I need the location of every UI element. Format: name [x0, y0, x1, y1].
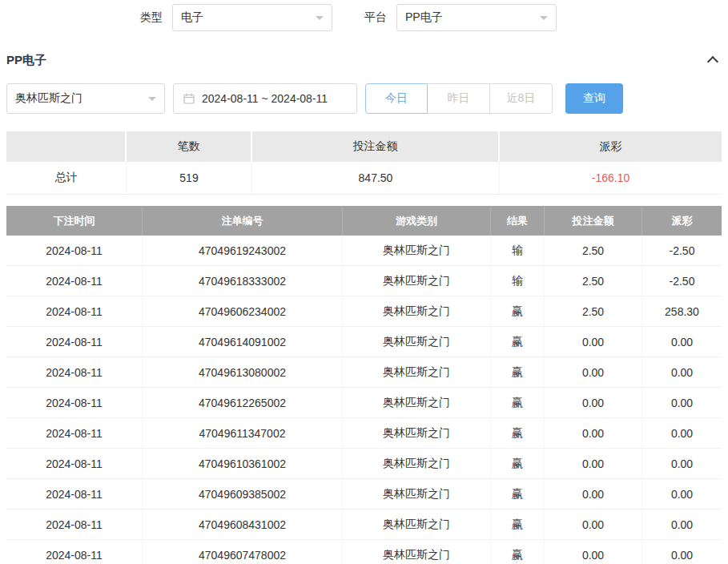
cell-result: 赢 [491, 479, 545, 509]
type-label: 类型 [140, 10, 163, 25]
cell-game-type: 奥林匹斯之门 [343, 510, 491, 539]
cell-result: 输 [491, 266, 545, 296]
table-row: 2024-08-11 47049610361002 奥林匹斯之门 赢 0.00 … [6, 449, 722, 479]
cell-payout: -2.50 [642, 236, 722, 265]
cell-bet-time: 2024-08-11 [6, 449, 143, 478]
last-8-days-button[interactable]: 近8日 [490, 83, 553, 114]
table-row: 2024-08-11 47049612265002 奥林匹斯之门 赢 0.00 … [6, 388, 722, 418]
page: 类型 电子 平台 PP电子 PP电子 奥林匹斯之门 2024-0 [0, 4, 728, 564]
cell-result: 赢 [491, 540, 545, 564]
table-row: 2024-08-11 47049614091002 奥林匹斯之门 赢 0.00 … [6, 327, 722, 357]
cell-game-type: 奥林匹斯之门 [343, 327, 491, 357]
cell-payout: 0.00 [642, 479, 722, 509]
cell-game-type: 奥林匹斯之门 [343, 418, 491, 448]
top-filter-bar: 类型 电子 平台 PP电子 [140, 4, 722, 31]
game-select-value: 奥林匹斯之门 [15, 91, 82, 106]
date-range-input[interactable]: 2024-08-11 ~ 2024-08-11 [173, 83, 357, 114]
table-row: 2024-08-11 47049609385002 奥林匹斯之门 赢 0.00 … [6, 479, 722, 510]
chevron-down-icon [316, 16, 324, 20]
table-row: 2024-08-11 47049608431002 奥林匹斯之门 赢 0.00 … [6, 510, 722, 540]
cell-bet-amount: 0.00 [545, 510, 642, 539]
platform-select-value: PP电子 [405, 10, 443, 25]
type-select[interactable]: 电子 [172, 4, 332, 31]
cell-payout: 0.00 [642, 388, 722, 417]
cell-result: 赢 [491, 296, 545, 326]
cell-bet-amount: 0.00 [545, 388, 642, 417]
cell-bet-id: 47049612265002 [143, 388, 343, 417]
cell-bet-time: 2024-08-11 [6, 479, 143, 509]
section-header: PP电子 [6, 50, 722, 70]
filter-toolbar: 奥林匹斯之门 2024-08-11 ~ 2024-08-11 今日 昨日 近8日… [6, 83, 722, 114]
header-payout: 派彩 [642, 206, 722, 236]
chevron-up-icon[interactable] [707, 56, 718, 67]
today-button[interactable]: 今日 [365, 83, 428, 114]
header-bet-id: 注单编号 [143, 206, 343, 236]
platform-label: 平台 [364, 10, 387, 25]
header-bet-amount: 投注金额 [545, 206, 642, 236]
header-game-type: 游戏类别 [343, 206, 491, 236]
summary-count-value: 519 [127, 162, 252, 194]
cell-bet-amount: 2.50 [545, 236, 642, 265]
date-range-value: 2024-08-11 ~ 2024-08-11 [202, 92, 328, 105]
cell-payout: -2.50 [642, 266, 722, 296]
cell-bet-amount: 0.00 [545, 418, 642, 448]
cell-bet-id: 47049611347002 [143, 418, 343, 448]
cell-result: 赢 [491, 388, 545, 417]
summary-total-row: 总计 519 847.50 -166.10 [6, 162, 722, 195]
cell-result: 赢 [491, 327, 545, 357]
table-row: 2024-08-11 47049607478002 奥林匹斯之门 赢 0.00 … [6, 540, 722, 564]
table-row: 2024-08-11 47049613080002 奥林匹斯之门 赢 0.00 … [6, 357, 722, 388]
cell-bet-id: 47049618333002 [143, 266, 343, 296]
cell-bet-id: 47049606234002 [143, 296, 343, 326]
yesterday-button[interactable]: 昨日 [428, 83, 490, 114]
cell-bet-amount: 0.00 [545, 479, 642, 509]
cell-payout: 258.30 [642, 296, 722, 326]
cell-bet-amount: 2.50 [545, 296, 642, 326]
cell-bet-time: 2024-08-11 [6, 327, 143, 357]
summary-header-bet-amount: 投注金额 [252, 131, 500, 162]
cell-bet-time: 2024-08-11 [6, 236, 143, 265]
query-button[interactable]: 查询 [565, 83, 623, 114]
summary-bet-amount-value: 847.50 [252, 162, 500, 194]
cell-bet-id: 47049619243002 [143, 236, 343, 265]
cell-game-type: 奥林匹斯之门 [343, 236, 491, 265]
cell-game-type: 奥林匹斯之门 [343, 296, 491, 326]
cell-bet-id: 47049607478002 [143, 540, 343, 564]
type-select-value: 电子 [181, 10, 203, 25]
cell-game-type: 奥林匹斯之门 [343, 388, 491, 417]
quick-range-button-group: 今日 昨日 近8日 [365, 83, 553, 114]
calendar-icon [183, 93, 195, 104]
summary-header-count: 笔数 [127, 131, 252, 162]
summary-header-row: 笔数 投注金额 派彩 [6, 131, 722, 162]
section-title: PP电子 [6, 53, 46, 68]
platform-select[interactable]: PP电子 [396, 4, 557, 31]
cell-bet-id: 47049610361002 [143, 449, 343, 478]
header-result: 结果 [491, 206, 545, 236]
cell-bet-amount: 0.00 [545, 449, 642, 478]
cell-result: 赢 [491, 357, 545, 387]
cell-game-type: 奥林匹斯之门 [343, 479, 491, 509]
header-bet-time: 下注时间 [6, 206, 143, 236]
cell-bet-id: 47049613080002 [143, 357, 343, 387]
table-row: 2024-08-11 47049619243002 奥林匹斯之门 输 2.50 … [6, 236, 722, 266]
summary-header-empty [6, 131, 127, 162]
cell-result: 赢 [491, 449, 545, 478]
cell-result: 赢 [491, 510, 545, 539]
cell-bet-id: 47049609385002 [143, 479, 343, 509]
cell-payout: 0.00 [642, 510, 722, 539]
summary-payout-value: -166.10 [500, 162, 722, 194]
cell-payout: 0.00 [642, 540, 722, 564]
cell-bet-id: 47049614091002 [143, 327, 343, 357]
bet-table-body: 2024-08-11 47049619243002 奥林匹斯之门 输 2.50 … [6, 236, 722, 564]
cell-bet-time: 2024-08-11 [6, 296, 143, 326]
summary-total-label: 总计 [6, 162, 127, 194]
cell-payout: 0.00 [642, 418, 722, 448]
cell-bet-time: 2024-08-11 [6, 357, 143, 387]
cell-result: 赢 [491, 418, 545, 448]
table-row: 2024-08-11 47049606234002 奥林匹斯之门 赢 2.50 … [6, 296, 722, 327]
cell-game-type: 奥林匹斯之门 [343, 540, 491, 564]
game-select[interactable]: 奥林匹斯之门 [6, 83, 165, 114]
table-row: 2024-08-11 47049618333002 奥林匹斯之门 输 2.50 … [6, 266, 722, 296]
cell-bet-id: 47049608431002 [143, 510, 343, 539]
cell-bet-time: 2024-08-11 [6, 540, 143, 564]
